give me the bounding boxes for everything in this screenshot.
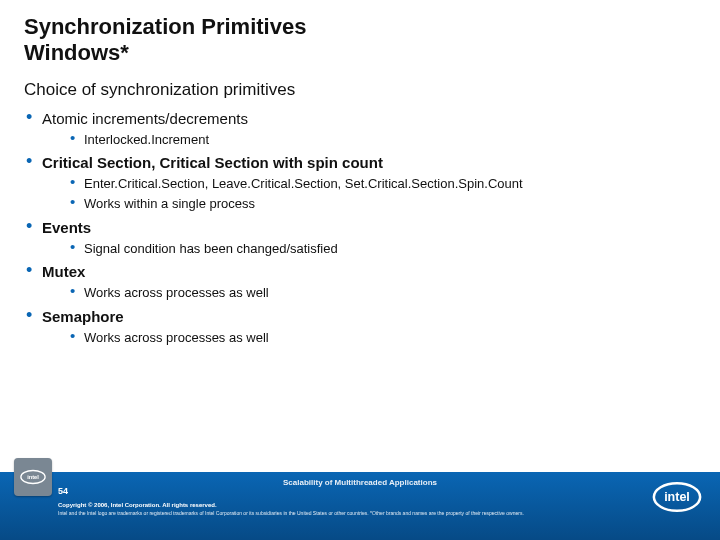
content-area: Synchronization Primitives Windows* Choi… xyxy=(0,0,720,472)
sub-bullet-list: Interlocked.Increment xyxy=(70,131,696,149)
bullet-item: EventsSignal condition has been changed/… xyxy=(26,219,696,258)
title-line-2: Windows* xyxy=(24,40,129,65)
footer-tagline: Scalability of Multithreaded Application… xyxy=(14,476,706,487)
bullet-label: Atomic increments/decrements xyxy=(42,110,248,127)
legal-text: Intel and the Intel logo are trademarks … xyxy=(58,510,706,516)
bullet-label: Mutex xyxy=(42,263,85,280)
copyright-text: Copyright © 2006, Intel Corporation. All… xyxy=(58,502,706,508)
svg-text:intel: intel xyxy=(27,474,39,480)
sub-bullet-item: Works across processes as well xyxy=(70,329,696,347)
footer: Scalability of Multithreaded Application… xyxy=(0,472,720,540)
software-badge: intel xyxy=(14,458,52,496)
sub-bullet-list: Works across processes as well xyxy=(70,284,696,302)
slide: Synchronization Primitives Windows* Choi… xyxy=(0,0,720,540)
bullet-item: SemaphoreWorks across processes as well xyxy=(26,308,696,347)
bullet-item: Critical Section, Critical Section with … xyxy=(26,154,696,212)
bullet-label: Semaphore xyxy=(42,308,124,325)
slide-title: Synchronization Primitives Windows* xyxy=(24,14,696,66)
sub-bullet-item: Works within a single process xyxy=(70,195,696,213)
bullet-list: Atomic increments/decrementsInterlocked.… xyxy=(26,110,696,346)
bullet-label: Critical Section, Critical Section with … xyxy=(42,154,383,171)
sub-bullet-list: Enter.Critical.Section, Leave.Critical.S… xyxy=(70,175,696,212)
sub-bullet-item: Works across processes as well xyxy=(70,284,696,302)
sub-bullet-item: Enter.Critical.Section, Leave.Critical.S… xyxy=(70,175,696,193)
sub-bullet-list: Signal condition has been changed/satisf… xyxy=(70,240,696,258)
bullet-item: MutexWorks across processes as well xyxy=(26,263,696,302)
sub-bullet-list: Works across processes as well xyxy=(70,329,696,347)
bullet-item: Atomic increments/decrementsInterlocked.… xyxy=(26,110,696,149)
title-line-1: Synchronization Primitives xyxy=(24,14,306,39)
bullet-label: Events xyxy=(42,219,91,236)
page-number: 54 xyxy=(58,486,68,496)
intel-logo-icon: intel xyxy=(20,469,46,485)
slide-subtitle: Choice of synchronization primitives xyxy=(24,80,696,100)
legal-block: Copyright © 2006, Intel Corporation. All… xyxy=(58,502,706,516)
sub-bullet-item: Interlocked.Increment xyxy=(70,131,696,149)
sub-bullet-item: Signal condition has been changed/satisf… xyxy=(70,240,696,258)
